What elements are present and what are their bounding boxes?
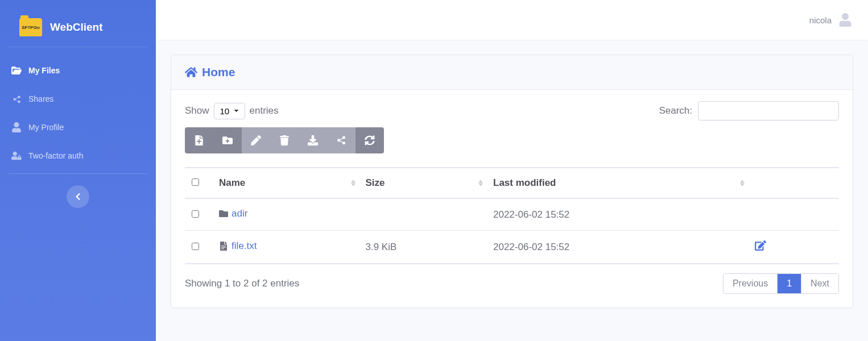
refresh-icon [365, 135, 375, 145]
select-all-header [185, 168, 212, 198]
file-name: file.txt [232, 240, 257, 252]
entries-per-page: Show 10 entries [185, 103, 279, 119]
home-icon [185, 66, 197, 78]
topbar: nicola [156, 0, 868, 40]
upload-file-button[interactable] [185, 127, 213, 153]
share-icon [11, 94, 22, 104]
sort-icon [740, 180, 745, 186]
user-icon [11, 122, 22, 132]
breadcrumb-home-label: Home [202, 65, 235, 79]
column-name-label: Name [219, 177, 245, 188]
share-button[interactable] [327, 127, 356, 153]
row-checkbox[interactable] [192, 210, 199, 218]
sidebar-item-label: My Profile [28, 123, 64, 132]
breadcrumb: Home [171, 55, 853, 90]
search-label: Search: [659, 105, 692, 117]
table-row: adir 2022-06-02 15:52 [185, 198, 839, 231]
brand[interactable]: SFTPGo WebClient [8, 11, 148, 47]
column-name[interactable]: Name [212, 168, 359, 198]
row-checkbox[interactable] [192, 243, 199, 250]
refresh-button[interactable] [356, 127, 384, 153]
user-lock-icon [11, 151, 22, 161]
page-number-button[interactable]: 1 [777, 274, 801, 293]
show-label: Show [185, 105, 209, 117]
pagination: Previous 1 Next [723, 273, 839, 294]
topbar-user-menu[interactable]: nicola [809, 13, 852, 27]
folder-link[interactable]: adir [219, 208, 247, 219]
sort-icon [478, 180, 483, 186]
files-card: Home Show 10 entries Search: [171, 55, 853, 308]
breadcrumb-home[interactable]: Home [185, 65, 235, 79]
next-page-button[interactable]: Next [801, 274, 838, 293]
column-actions [748, 168, 839, 198]
column-modified[interactable]: Last modified [486, 168, 748, 198]
sidebar-item-label: My Files [28, 66, 60, 75]
folder-open-icon [11, 65, 22, 76]
sidebar-item-two-factor-auth[interactable]: Two-factor auth [0, 142, 156, 170]
sidebar-item-label: Two-factor auth [28, 151, 84, 160]
file-size [359, 198, 487, 231]
edit-icon [755, 240, 766, 251]
sidebar-collapse-button[interactable] [67, 185, 89, 208]
select-all-checkbox[interactable] [192, 178, 199, 186]
download-button[interactable] [299, 127, 327, 153]
chevron-left-icon [74, 193, 82, 201]
brand-logo-icon: SFTPGo [19, 18, 42, 36]
file-modified: 2022-06-02 15:52 [486, 198, 748, 231]
file-table: Name Size Last modified [185, 167, 839, 264]
file-plus-icon [194, 135, 204, 145]
sidebar-item-shares[interactable]: Shares [0, 85, 156, 113]
column-size[interactable]: Size [359, 168, 487, 198]
trash-icon [279, 135, 290, 145]
file-size: 3.9 KiB [359, 231, 487, 264]
sidebar-item-my-files[interactable]: My Files [0, 56, 156, 85]
file-icon [219, 242, 228, 251]
user-avatar-icon [838, 13, 852, 27]
sidebar-divider [8, 173, 148, 174]
prev-page-button[interactable]: Previous [724, 274, 777, 293]
pencil-icon [251, 135, 261, 145]
entries-select[interactable]: 10 [214, 103, 245, 119]
folder-icon [219, 209, 228, 218]
table-info: Showing 1 to 2 of 2 entries [185, 278, 299, 289]
sort-icon [351, 180, 356, 186]
file-modified: 2022-06-02 15:52 [486, 231, 748, 264]
sidebar-item-label: Shares [28, 94, 53, 103]
entries-label: entries [250, 105, 279, 117]
brand-title: WebClient [50, 21, 103, 34]
column-size-label: Size [366, 177, 385, 188]
file-link[interactable]: file.txt [219, 240, 257, 252]
delete-button[interactable] [270, 127, 299, 153]
share-nodes-icon [336, 135, 346, 145]
rename-button[interactable] [242, 127, 270, 153]
new-folder-button[interactable] [213, 127, 242, 153]
edit-file-button[interactable] [755, 243, 766, 253]
file-toolbar [185, 127, 839, 153]
sidebar-item-my-profile[interactable]: My Profile [0, 113, 156, 142]
topbar-username: nicola [809, 15, 832, 25]
table-row: file.txt 3.9 KiB 2022-06-02 15:52 [185, 231, 839, 264]
download-icon [308, 135, 318, 145]
column-modified-label: Last modified [493, 177, 556, 188]
search-input[interactable] [698, 101, 839, 120]
file-name: adir [232, 208, 247, 219]
folder-plus-icon [222, 135, 233, 145]
sidebar: SFTPGo WebClient My Files Shares My Prof… [0, 0, 156, 341]
brand-logo-text: SFTPGo [22, 25, 40, 30]
